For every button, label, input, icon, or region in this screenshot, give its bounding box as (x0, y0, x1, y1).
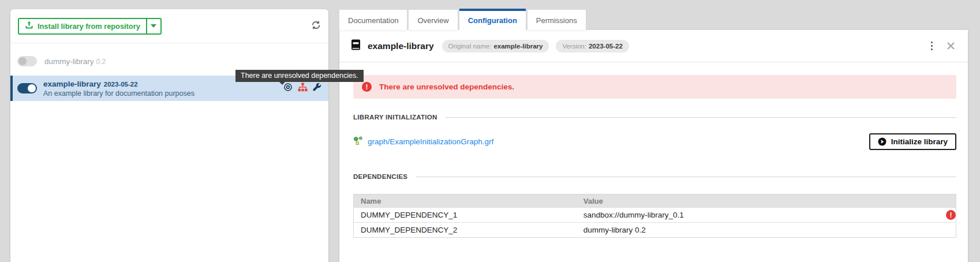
library-row-icons (283, 83, 321, 94)
dependency-name: DUMMY_DEPENDENCY_1 (354, 208, 577, 223)
section-rule (416, 177, 956, 177)
dependency-tree-error-icon[interactable] (298, 83, 308, 94)
error-icon: ! (946, 210, 956, 220)
toggle-knob (28, 84, 36, 92)
library-enable-toggle[interactable] (17, 56, 37, 66)
install-library-button[interactable]: Install library from repository (19, 19, 146, 33)
initialize-library-label: Initialize library (891, 137, 948, 146)
graph-link-text: graph/ExampleInitializationGraph.grf (368, 137, 493, 146)
section-label: LIBRARY INITIALIZATION (353, 114, 437, 121)
dependency-value: sandbox://dummy-library_0.1 (577, 208, 926, 223)
upload-icon (25, 21, 33, 32)
detail-header-actions (930, 40, 956, 52)
version-label: Version: (562, 43, 586, 50)
library-description: An example library for documentation pur… (43, 89, 277, 98)
section-rule (446, 117, 956, 118)
dependency-status-cell (926, 223, 956, 238)
column-header-status (926, 194, 956, 208)
library-version: 0.2 (96, 58, 106, 66)
alert-message: There are unresolved dependencies. (379, 83, 514, 91)
install-library-label: Install library from repository (38, 22, 140, 31)
version-pill: Version: 2023-05-22 (556, 40, 629, 53)
library-detail-panel: example-library Original name: example-l… (339, 30, 968, 262)
install-library-dropdown-toggle[interactable] (146, 19, 160, 33)
detail-title: example-library (368, 41, 434, 51)
column-header-value: Value (577, 194, 926, 208)
play-icon (878, 137, 887, 146)
graph-file-icon (353, 136, 363, 148)
library-manager-screen: Install library from repository (0, 0, 980, 262)
original-name-pill: Original name: example-library (442, 40, 549, 53)
tab-documentation[interactable]: Documentation (339, 10, 407, 31)
library-version: 2023-05-22 (104, 81, 138, 88)
library-name: dummy-library (44, 57, 94, 66)
initialization-row: graph/ExampleInitializationGraph.grf Ini… (353, 133, 956, 150)
refresh-button[interactable] (311, 20, 321, 32)
library-row-dummy-library[interactable]: dummy-library0.2 (10, 51, 328, 71)
detail-header: example-library Original name: example-l… (339, 30, 968, 62)
library-enable-toggle[interactable] (17, 83, 37, 93)
original-name-label: Original name: (448, 43, 492, 50)
library-initialization-section-header: LIBRARY INITIALIZATION (353, 114, 956, 121)
chevron-down-icon (151, 24, 156, 28)
dependency-status-cell: ! (926, 208, 956, 223)
column-header-name: Name (354, 194, 577, 208)
library-list-toolbar: Install library from repository (10, 9, 328, 43)
library-name: example-library (43, 80, 101, 88)
dependencies-table: Name Value DUMMY_DEPENDENCY_1 sandbox://… (353, 194, 956, 238)
wrench-icon[interactable] (313, 83, 321, 94)
library-texts: example-library2023-05-22 An example lib… (43, 80, 277, 98)
version-value: 2023-05-22 (589, 43, 623, 50)
more-options-button[interactable] (930, 40, 934, 52)
initialize-library-button[interactable]: Initialize library (869, 133, 956, 150)
refresh-icon (311, 20, 321, 32)
library-name-version: dummy-library0.2 (44, 56, 106, 66)
close-button[interactable] (947, 42, 955, 50)
dependency-value: dummy-library 0.2 (577, 223, 926, 238)
unresolved-dependencies-alert: ! There are unresolved dependencies. (353, 75, 956, 99)
dependency-name: DUMMY_DEPENDENCY_2 (354, 223, 577, 238)
dependency-row[interactable]: DUMMY_DEPENDENCY_2 dummy-library 0.2 (354, 223, 956, 238)
section-label: DEPENDENCIES (353, 173, 407, 180)
unresolved-dependencies-tooltip: There are unresolved dependencies. (235, 70, 364, 82)
dependencies-header-row: Name Value (354, 194, 956, 208)
detail-tabs: Documentation Overview Configuration Per… (339, 9, 586, 31)
install-library-split-button[interactable]: Install library from repository (18, 18, 162, 35)
detail-body: ! There are unresolved dependencies. LIB… (339, 62, 968, 238)
error-icon: ! (362, 82, 372, 92)
initialization-graph-link[interactable]: graph/ExampleInitializationGraph.grf (353, 136, 493, 148)
toggle-knob (18, 57, 27, 65)
tab-configuration[interactable]: Configuration (459, 9, 526, 31)
original-name-value: example-library (493, 43, 543, 50)
tab-permissions[interactable]: Permissions (528, 10, 586, 31)
book-icon (351, 39, 361, 53)
tab-overview[interactable]: Overview (409, 10, 457, 31)
dependency-row[interactable]: DUMMY_DEPENDENCY_1 sandbox://dummy-libra… (354, 208, 956, 223)
dependencies-section-header: DEPENDENCIES (353, 173, 956, 180)
library-list-panel: Install library from repository (10, 9, 328, 262)
